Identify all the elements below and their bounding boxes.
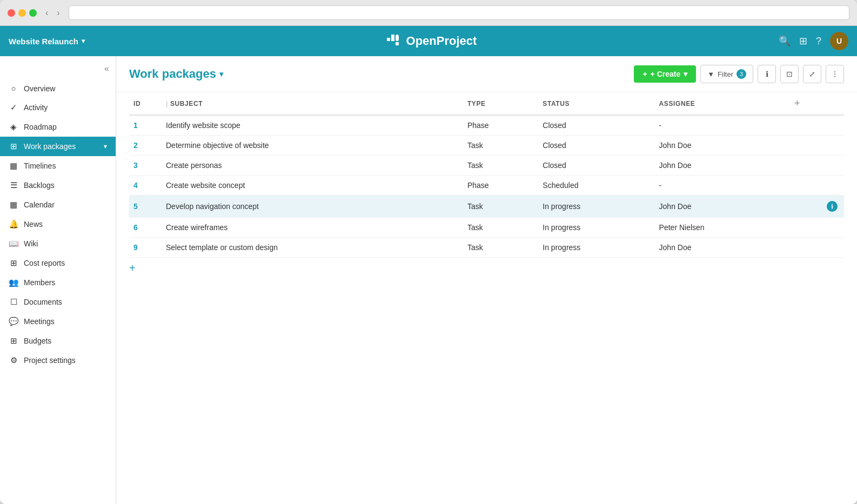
col-header-id: ID xyxy=(129,92,162,115)
sidebar-item-project-settings[interactable]: ⚙ Project settings xyxy=(0,351,116,370)
browser-dots xyxy=(8,9,37,17)
td-type: Task xyxy=(463,196,538,218)
project-name-label: Website Relaunch xyxy=(9,37,78,46)
td-id[interactable]: 2 xyxy=(129,136,162,156)
create-chevron-icon: ▾ xyxy=(684,70,687,78)
table-row[interactable]: 4 Create website concept Phase Scheduled… xyxy=(129,176,844,196)
sidebar-item-cost-reports[interactable]: ⊞ Cost reports xyxy=(0,253,116,273)
table-row[interactable]: 3 Create personas Task Closed John Doe xyxy=(129,156,844,176)
more-button[interactable]: ⋮ xyxy=(826,65,844,83)
filter-button[interactable]: ▼ Filter 3 xyxy=(700,65,753,83)
td-subject: Identify website scope xyxy=(162,115,463,136)
sidebar-item-budgets[interactable]: ⊞ Budgets xyxy=(0,331,116,351)
td-id[interactable]: 6 xyxy=(129,218,162,238)
fullscreen-button[interactable]: ⤢ xyxy=(803,65,821,83)
collapse-sidebar-button[interactable]: « xyxy=(104,64,109,73)
row-info-button[interactable]: ℹ xyxy=(827,201,838,212)
top-nav: Website Relaunch ▾ OpenProject xyxy=(0,26,857,56)
td-status: In progress xyxy=(538,218,654,238)
td-id[interactable]: 1 xyxy=(129,115,162,136)
td-info xyxy=(790,136,844,156)
browser-window: ‹ › http://www.organization.openproject.… xyxy=(0,0,857,504)
sidebar-item-label: Documents xyxy=(24,298,62,306)
td-info xyxy=(790,238,844,258)
logo-text-label: OpenProject xyxy=(406,34,477,48)
td-status: In progress xyxy=(538,196,654,218)
overview-icon: ○ xyxy=(9,84,18,93)
sidebar-item-label: Wiki xyxy=(24,239,38,248)
td-id[interactable]: 4 xyxy=(129,176,162,196)
project-title[interactable]: Website Relaunch ▾ xyxy=(9,37,85,46)
table-row[interactable]: 1 Identify website scope Phase Closed - xyxy=(129,115,844,136)
col-header-add: + xyxy=(790,92,844,115)
sidebar-item-label: News xyxy=(24,220,43,229)
svg-rect-3 xyxy=(396,35,399,41)
table-row[interactable]: 5 Develop navigation concept Task In pro… xyxy=(129,196,844,218)
sidebar-item-timelines[interactable]: ▦ Timelines xyxy=(0,156,116,176)
budgets-icon: ⊞ xyxy=(9,336,18,346)
grid-icon[interactable]: ⊞ xyxy=(799,35,807,47)
svg-rect-0 xyxy=(387,38,390,41)
td-info xyxy=(790,115,844,136)
td-status: Closed xyxy=(538,115,654,136)
td-id[interactable]: 3 xyxy=(129,156,162,176)
minimize-dot[interactable] xyxy=(18,9,26,17)
sidebar-item-roadmap[interactable]: ◈ Roadmap xyxy=(0,117,116,137)
col-separator-icon: | xyxy=(166,100,168,107)
sidebar-item-calendar[interactable]: ▦ Calendar xyxy=(0,195,116,214)
logo-icon xyxy=(387,35,402,48)
td-type: Task xyxy=(463,156,538,176)
maximize-dot[interactable] xyxy=(29,9,37,17)
close-dot[interactable] xyxy=(8,9,15,17)
sidebar-item-members[interactable]: 👥 Members xyxy=(0,273,116,292)
col-subject-label: SUBJECT xyxy=(170,100,203,107)
td-id[interactable]: 5 xyxy=(129,196,162,218)
sidebar-item-overview[interactable]: ○ Overview xyxy=(0,79,116,98)
table-row[interactable]: 9 Select template or custom design Task … xyxy=(129,238,844,258)
sidebar-item-work-packages[interactable]: ⊞ Work packages ▾ xyxy=(0,137,116,156)
td-status: Closed xyxy=(538,136,654,156)
td-subject: Create wireframes xyxy=(162,218,463,238)
address-bar[interactable]: http://www.organization.openproject.com xyxy=(69,5,849,20)
avatar[interactable]: U xyxy=(830,32,848,50)
sidebar-item-meetings[interactable]: 💬 Meetings xyxy=(0,312,116,331)
create-plus-icon: + xyxy=(642,70,647,78)
td-subject: Create personas xyxy=(162,156,463,176)
td-subject: Determine objective of website xyxy=(162,136,463,156)
td-assignee: John Doe xyxy=(655,156,790,176)
sidebar-item-news[interactable]: 🔔 News xyxy=(0,214,116,234)
back-button[interactable]: ‹ xyxy=(42,7,51,19)
main-area: « ○ Overview ✓ Activity ◈ Roadmap ⊞ Work… xyxy=(0,56,857,504)
create-button[interactable]: + + Create ▾ xyxy=(634,65,696,83)
news-icon: 🔔 xyxy=(9,219,18,229)
sidebar-item-backlogs[interactable]: ☰ Backlogs xyxy=(0,176,116,195)
page-title-dropdown-icon[interactable]: ▾ xyxy=(219,70,223,78)
add-column-button[interactable]: + xyxy=(794,98,800,109)
forward-button[interactable]: › xyxy=(53,7,63,19)
td-status: In progress xyxy=(538,238,654,258)
sidebar-item-label: Work packages xyxy=(24,142,76,151)
layout-button[interactable]: ⊡ xyxy=(780,65,799,83)
sidebar: « ○ Overview ✓ Activity ◈ Roadmap ⊞ Work… xyxy=(0,56,116,504)
info-button[interactable]: ℹ xyxy=(758,65,776,83)
project-settings-icon: ⚙ xyxy=(9,355,18,365)
td-type: Task xyxy=(463,218,538,238)
help-icon[interactable]: ? xyxy=(816,36,821,47)
search-icon[interactable]: 🔍 xyxy=(779,35,791,47)
td-assignee: - xyxy=(655,176,790,196)
cost-reports-icon: ⊞ xyxy=(9,258,18,268)
work-packages-table: ID | SUBJECT TYPE STATUS xyxy=(129,92,844,258)
td-info xyxy=(790,176,844,196)
td-info xyxy=(790,218,844,238)
sidebar-item-wiki[interactable]: 📖 Wiki xyxy=(0,234,116,253)
td-assignee: John Doe xyxy=(655,136,790,156)
svg-rect-2 xyxy=(391,35,394,38)
table-container: ID | SUBJECT TYPE STATUS xyxy=(116,92,857,504)
td-assignee: John Doe xyxy=(655,238,790,258)
td-id[interactable]: 9 xyxy=(129,238,162,258)
sidebar-item-documents[interactable]: ☐ Documents xyxy=(0,292,116,312)
table-row[interactable]: 2 Determine objective of website Task Cl… xyxy=(129,136,844,156)
add-row-button[interactable]: + xyxy=(129,258,136,279)
table-row[interactable]: 6 Create wireframes Task In progress Pet… xyxy=(129,218,844,238)
sidebar-item-activity[interactable]: ✓ Activity xyxy=(0,98,116,117)
